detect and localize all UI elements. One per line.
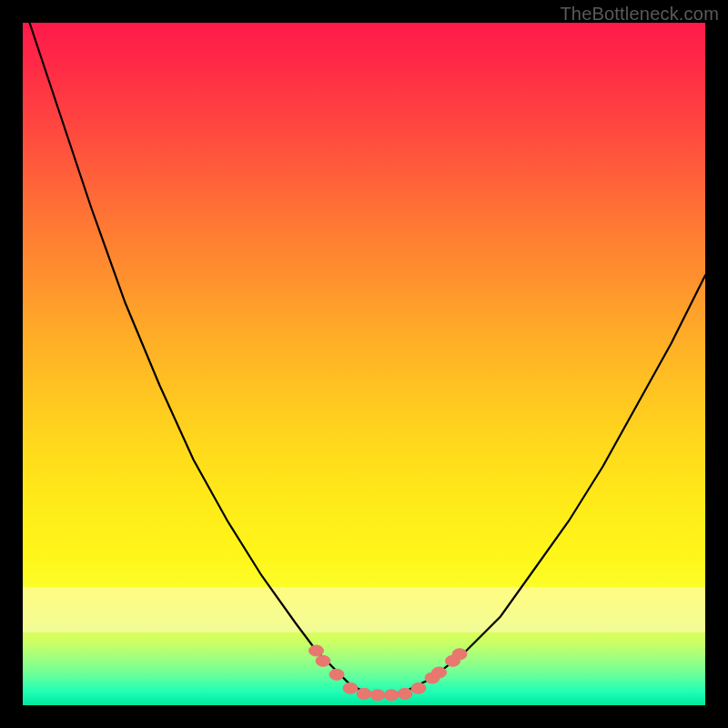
highlight-marker: [316, 655, 330, 666]
highlight-marker: [411, 682, 426, 693]
chart-stage: TheBottleneck.com: [0, 0, 728, 728]
highlight-marker: [432, 667, 447, 678]
highlight-marker: [370, 690, 385, 701]
highlight-marker: [343, 682, 358, 693]
highlight-marker: [452, 649, 467, 660]
highlight-marker: [309, 645, 324, 656]
curve-layer: [23, 23, 705, 705]
plot-area: [23, 23, 705, 705]
highlight-marker: [357, 688, 371, 699]
bottleneck-curve: [30, 23, 706, 695]
highlight-marker: [329, 669, 344, 680]
highlight-marker: [384, 690, 399, 701]
marker-group: [309, 645, 468, 701]
watermark-text: TheBottleneck.com: [560, 4, 719, 25]
highlight-marker: [398, 688, 412, 699]
